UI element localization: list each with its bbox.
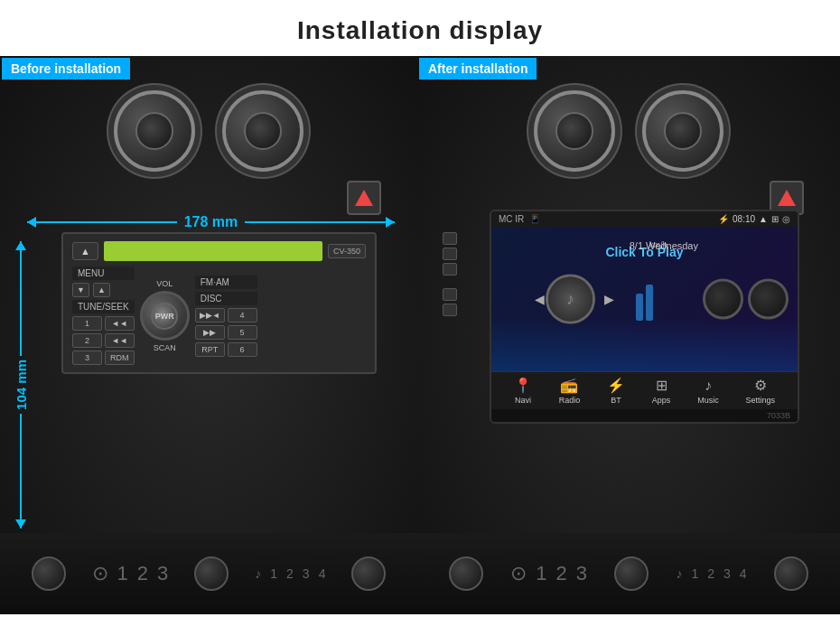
after-ctrl-symbols: ♪ 1 2 3 4 bbox=[676, 566, 746, 581]
vent-1 bbox=[114, 90, 195, 172]
after-panel: After installation bbox=[417, 56, 840, 614]
down-btn[interactable]: ▼ bbox=[72, 283, 89, 297]
rdm-btn[interactable]: RDM bbox=[105, 351, 135, 365]
ff-btn[interactable]: ▶▶ bbox=[195, 325, 225, 340]
right-labels: FM·AM DISC ▶▶◄ 4 ▶▶ 5 RPT 6 bbox=[195, 276, 257, 357]
scan-label: SCAN bbox=[154, 343, 176, 352]
after-ctrl-knob-3[interactable] bbox=[774, 556, 808, 591]
vol-area: VOL PWR SCAN bbox=[140, 279, 190, 352]
menu-label[interactable]: MENU bbox=[72, 266, 135, 280]
mc-ir-label: MC IR bbox=[499, 214, 524, 224]
rpt-label[interactable]: RPT bbox=[195, 342, 225, 357]
btn-5[interactable]: 5 bbox=[228, 325, 257, 340]
ctrl-sym-4: 3 bbox=[303, 566, 310, 581]
app-music[interactable]: ♪ Music bbox=[697, 378, 719, 405]
fmam-label[interactable]: FM·AM bbox=[195, 276, 257, 289]
eject-btn[interactable]: ▲ bbox=[72, 242, 98, 260]
radio-icon: 📻 bbox=[560, 377, 578, 394]
side-btn-1[interactable] bbox=[443, 232, 457, 245]
v-arrow-bottom bbox=[20, 414, 22, 528]
ctrl-knob-1[interactable] bbox=[32, 556, 66, 591]
images-row: Before installation bbox=[0, 56, 840, 617]
radio-top-row: ▲ CV-350 bbox=[72, 241, 366, 261]
prev-arrow[interactable]: ◀ bbox=[535, 292, 545, 306]
h-measure: 178 mm bbox=[27, 214, 395, 230]
side-btn-2[interactable] bbox=[443, 248, 457, 260]
settings-label: Settings bbox=[746, 396, 776, 405]
btn-6[interactable]: 6 bbox=[228, 342, 257, 357]
v-measure: 104 mm bbox=[7, 241, 34, 528]
rew-btn[interactable]: ◄◄ bbox=[105, 333, 135, 348]
h-arrow-right bbox=[245, 221, 395, 223]
before-panel: Before installation bbox=[0, 56, 417, 614]
screen-main-body[interactable]: Click To Play ♪ ◀ ▶ bbox=[491, 227, 798, 371]
after-ctrl-icon-4: 3 bbox=[576, 562, 587, 585]
hazard-icon-after bbox=[778, 190, 796, 206]
album-art-inner: ♪ bbox=[548, 277, 593, 322]
app-navi[interactable]: 📍 Navi bbox=[514, 377, 532, 405]
fwd-btn[interactable]: ▶▶◄ bbox=[195, 308, 225, 323]
bar-2 bbox=[646, 285, 653, 321]
screen-status-bar: MC IR 📱 ⚡ 08:10 ▲ ⊞ ◎ bbox=[491, 211, 798, 227]
h-arrow-left bbox=[27, 221, 177, 223]
status-left: MC IR 📱 bbox=[499, 214, 540, 224]
hazard-button-before[interactable] bbox=[347, 181, 381, 215]
btn-1[interactable]: 1 bbox=[72, 316, 102, 331]
right-num-buttons: ▶▶◄ 4 ▶▶ 5 RPT 6 bbox=[195, 308, 257, 357]
radio-display bbox=[104, 241, 322, 261]
hazard-icon bbox=[355, 190, 373, 206]
pwr-label[interactable]: PWR bbox=[151, 303, 178, 330]
ctrl-sym-5: 4 bbox=[319, 566, 326, 581]
app-bt[interactable]: ⚡ BT bbox=[607, 377, 625, 405]
disc-label[interactable]: DISC bbox=[195, 292, 257, 305]
settings-icon: ⚙ bbox=[754, 377, 767, 394]
app-apps[interactable]: ⊞ Apps bbox=[652, 377, 671, 405]
up-btn[interactable]: ▲ bbox=[93, 283, 110, 297]
model-number: 7033B bbox=[491, 409, 798, 422]
app-radio[interactable]: 📻 Radio bbox=[559, 377, 581, 405]
ctrl-knob-3[interactable] bbox=[351, 556, 386, 591]
after-ctrl-sym-3: 2 bbox=[707, 566, 714, 581]
ctrl-icon-4: 3 bbox=[157, 562, 168, 585]
prev-btn[interactable]: ◄◄ bbox=[105, 316, 135, 331]
bt-label: BT bbox=[611, 396, 621, 405]
after-ctrl-sym-2: 1 bbox=[691, 566, 698, 581]
after-ctrl-icon-2: 1 bbox=[536, 562, 546, 585]
phone-icon: 📱 bbox=[529, 214, 540, 224]
btn-2[interactable]: 2 bbox=[72, 333, 102, 348]
bt-icon: ⚡ bbox=[607, 377, 625, 394]
vol-knob[interactable]: PWR bbox=[140, 291, 190, 341]
screen-wave bbox=[491, 317, 798, 371]
side-btn-5[interactable] bbox=[443, 304, 457, 316]
num-buttons: 1 ◄◄ 2 ◄◄ 3 RDM bbox=[72, 316, 135, 365]
ctrl-icon-1: ⊙ bbox=[92, 562, 108, 585]
music-icon: ♪ bbox=[705, 378, 712, 394]
ctrl-icon-2: 1 bbox=[117, 562, 128, 585]
ctrl-sym-1: ♪ bbox=[255, 566, 261, 581]
app-settings[interactable]: ⚙ Settings bbox=[746, 377, 776, 405]
after-ctrl-knob-2[interactable] bbox=[614, 556, 649, 591]
viz-bars bbox=[636, 285, 653, 321]
next-arrow[interactable]: ▶ bbox=[604, 292, 614, 306]
side-btn-3[interactable] bbox=[443, 263, 457, 276]
before-dashboard: Before installation bbox=[0, 56, 417, 614]
ctrl-sym-2: 1 bbox=[270, 566, 277, 581]
left-labels: MENU ▼ ▲ TUNE/SEEK 1 ◄◄ 2 bbox=[72, 266, 135, 365]
btn-4[interactable]: 4 bbox=[228, 308, 257, 323]
h-measure-label: 178 mm bbox=[177, 214, 246, 230]
navi-label: Navi bbox=[515, 396, 531, 405]
after-ctrl-knob-1[interactable] bbox=[449, 556, 483, 591]
after-ctrl-sym-5: 4 bbox=[740, 566, 747, 581]
after-ctrl-sym-4: 3 bbox=[723, 566, 731, 581]
time-display: 08:10 bbox=[733, 214, 755, 224]
side-btn-4[interactable] bbox=[443, 288, 457, 301]
vol-label: VOL bbox=[156, 279, 173, 288]
ctrl-knob-2[interactable] bbox=[194, 556, 229, 591]
bar-1 bbox=[636, 294, 643, 321]
tune-seek-label[interactable]: TUNE/SEEK bbox=[72, 300, 135, 313]
btn-3[interactable]: 3 bbox=[72, 351, 102, 365]
radio-label: Radio bbox=[559, 396, 581, 405]
after-dashboard: After installation bbox=[417, 56, 840, 614]
before-label: Before installation bbox=[2, 58, 130, 79]
gauge-2 bbox=[748, 279, 789, 320]
